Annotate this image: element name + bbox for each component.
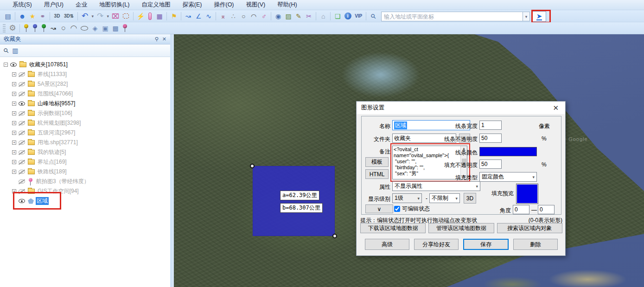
tree-expander-icon[interactable]: + — [12, 92, 16, 96]
menu-item[interactable]: 系统(S) — [7, 0, 37, 10]
tree-item[interactable]: +铁路线[189] — [0, 167, 170, 177]
angle-to-input[interactable] — [538, 205, 555, 214]
vip-icon[interactable]: VIP — [353, 12, 363, 21]
tree-item-label[interactable]: 范围线[47066] — [37, 90, 74, 98]
node-edit-icon[interactable]: ▩ — [111, 24, 120, 33]
dialog-close-icon[interactable]: ✕ — [551, 104, 561, 112]
visibility-off-icon[interactable] — [19, 82, 25, 86]
view-3d-icon[interactable]: 3D — [52, 12, 62, 21]
tree-expander-icon[interactable]: + — [12, 102, 16, 106]
send-button[interactable]: ➤ — [532, 11, 546, 22]
pin-yellow-icon[interactable] — [23, 24, 30, 33]
visibility-off-icon[interactable] — [19, 121, 25, 125]
panel-pin-icon[interactable]: ⚲ — [155, 36, 159, 42]
tree-item-label[interactable]: 航拍图3（带经纬度） — [35, 178, 90, 185]
tree-expander-icon[interactable]: + — [12, 150, 16, 154]
address-search-input[interactable] — [381, 12, 523, 21]
draw-polyline-icon[interactable]: ↝ — [49, 24, 58, 33]
line-width-input[interactable] — [479, 121, 502, 130]
user-icon[interactable]: ☻ — [18, 12, 27, 21]
tree-item-label[interactable]: 示例数据[106] — [37, 109, 73, 117]
toggle-3d-2d-icon[interactable]: 3D⇅ — [63, 12, 75, 21]
menu-item[interactable]: 视图(V) — [241, 0, 271, 10]
layers-icon[interactable]: ▥ — [12, 47, 18, 54]
measure-angle-icon[interactable]: ∠ — [194, 12, 203, 21]
visibility-off-icon[interactable] — [19, 179, 25, 184]
fill-type-dropdown[interactable]: 固定颜色 ▾ — [479, 172, 537, 182]
tree-expander-icon[interactable]: + — [12, 160, 16, 164]
tree-expander-icon[interactable]: + — [12, 121, 16, 125]
search-area-objects-button[interactable]: 搜索该区域内对象 — [497, 223, 562, 233]
tree-expander-icon[interactable]: + — [12, 140, 16, 145]
undo-icon[interactable]: ↶ — [80, 12, 89, 21]
tree-item[interactable]: +五级河流[2967] — [0, 128, 170, 138]
share-button[interactable]: 分享给好友 — [414, 239, 459, 250]
tree-search-icon[interactable]: ⚲ — [2, 46, 11, 55]
expand-more-button[interactable]: ∨ — [365, 204, 393, 213]
settings-gear-icon[interactable]: ⚙ — [8, 24, 17, 33]
3d-button[interactable]: 3D — [464, 193, 476, 204]
tree-item[interactable]: +我的轨迹[5] — [0, 147, 170, 157]
line-opacity-input[interactable] — [479, 134, 502, 143]
tree-item[interactable]: −收藏夹[107851] — [0, 60, 170, 70]
menu-item[interactable]: 用户(U) — [39, 0, 69, 10]
tree-expander-icon[interactable]: − — [4, 63, 8, 67]
menu-item[interactable]: 帮助(H) — [272, 0, 302, 10]
tree-item-label[interactable]: 五级河流[2967] — [37, 129, 76, 137]
save-button[interactable]: 保存 — [463, 239, 509, 250]
tree-item[interactable]: +航拍图3（带经纬度） — [0, 177, 170, 186]
editable-checkbox[interactable] — [394, 206, 400, 212]
visibility-off-icon[interactable] — [19, 92, 25, 96]
draw-circle-icon[interactable]: ○ — [59, 24, 68, 33]
pin-blue-icon[interactable] — [32, 24, 38, 33]
quick-measure-icon[interactable]: ⚡ — [136, 12, 145, 21]
draw-arc-icon[interactable]: ◠ — [69, 24, 78, 33]
area-handle-top-left[interactable] — [250, 164, 255, 168]
tree-item[interactable]: +GIS工作空间[94] — [0, 186, 170, 196]
tree-item-label[interactable]: 山峰地标[9557] — [37, 100, 76, 108]
manage-area-data-button[interactable]: 管理该区域地图数据 — [428, 223, 494, 233]
tree-item-label[interactable]: 界线[11333] — [37, 70, 68, 78]
pin-green-icon[interactable] — [40, 24, 47, 33]
visibility-off-icon[interactable] — [19, 189, 25, 193]
tree-item[interactable]: +区域 — [0, 196, 170, 206]
selected-area-rectangle[interactable] — [253, 166, 335, 236]
tree-item-label[interactable]: 界址点[169] — [37, 158, 68, 166]
tree-item-label[interactable]: 收藏夹[107851] — [28, 61, 69, 69]
visibility-off-icon[interactable] — [19, 72, 25, 77]
draw-rect-icon[interactable]: ▣ — [101, 24, 110, 33]
tree-item-label[interactable]: 区域 — [36, 197, 49, 205]
draw-ellipse-icon[interactable] — [81, 26, 88, 31]
tree-item-label[interactable]: 铁路线[189] — [37, 168, 68, 176]
template-button[interactable]: 模板 — [365, 157, 389, 167]
tree-item[interactable]: +示例数据[106] — [0, 108, 170, 118]
address-dropdown-icon[interactable]: ▾ — [523, 12, 530, 21]
tree-item-label[interactable]: GIS工作空间[94] — [37, 187, 80, 195]
fill-opacity-input[interactable] — [479, 159, 502, 169]
advanced-button[interactable]: 高级 — [365, 239, 409, 250]
menu-item[interactable]: 企业 — [70, 0, 92, 10]
visibility-off-icon[interactable] — [19, 150, 25, 154]
favorites-star-icon[interactable]: ★ — [28, 12, 37, 21]
draw-polygon-icon[interactable]: ◈ — [90, 24, 100, 33]
chart-window-icon[interactable]: ▦ — [155, 12, 164, 21]
menu-item[interactable]: 探索(E) — [178, 0, 207, 10]
ruler-icon[interactable] — [148, 13, 152, 20]
tree-expander-icon[interactable]: + — [12, 170, 16, 174]
delete-button[interactable]: 删除 — [513, 239, 558, 250]
info-icon[interactable]: i — [343, 12, 352, 21]
pin-pink-icon[interactable] — [121, 24, 128, 33]
redo-dropdown-icon[interactable]: ▾ — [106, 12, 110, 21]
tree-item[interactable]: +界址点[169] — [0, 157, 170, 167]
sphere-icon[interactable]: ◉ — [274, 12, 283, 21]
visibility-off-icon[interactable] — [19, 111, 25, 115]
tree-item-label[interactable]: 5A景区[282] — [37, 80, 69, 88]
circle-tail-icon[interactable]: ♂ — [259, 12, 268, 21]
chat-icon[interactable]: ❏ — [333, 12, 342, 21]
redo-icon[interactable]: ↷ — [96, 12, 105, 21]
visibility-off-icon[interactable] — [19, 131, 25, 135]
level-from-dropdown[interactable]: 1级 ▾ — [392, 193, 422, 203]
draw-pencil-icon[interactable]: ✎ — [294, 12, 303, 21]
search-icon[interactable]: ⚲ — [367, 9, 380, 22]
visibility-on-icon[interactable] — [19, 199, 25, 203]
